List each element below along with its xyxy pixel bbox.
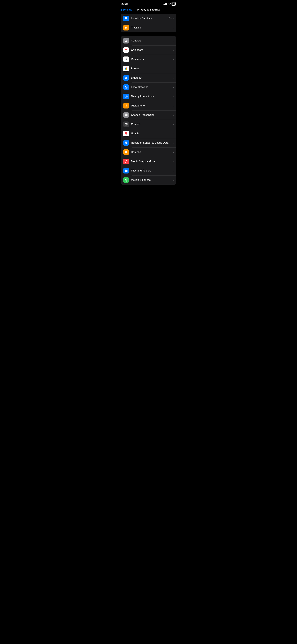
homekit-chevron: › <box>173 151 174 154</box>
reminders-icon <box>123 56 129 62</box>
homekit-icon <box>123 149 129 155</box>
tracking-row[interactable]: Tracking › <box>121 23 176 32</box>
motion-fitness-icon <box>123 177 129 183</box>
speech-recognition-row[interactable]: Speech Recognition › <box>121 110 176 120</box>
photos-row[interactable]: Photos › <box>121 64 176 73</box>
back-chevron-icon: ‹ <box>121 8 122 11</box>
svg-rect-9 <box>126 60 127 60</box>
nearby-interactions-row[interactable]: Nearby Interactions › <box>121 92 176 101</box>
camera-icon <box>123 122 129 127</box>
research-row[interactable]: Research Sensor & Usage Data › <box>121 138 176 148</box>
nav-header: ‹ Settings Privacy & Security <box>118 7 179 14</box>
main-section: Contacts › 1 Calendars › Re <box>121 36 176 185</box>
contacts-label: Contacts <box>131 39 173 42</box>
contacts-icon <box>123 38 129 44</box>
speech-recognition-chevron: › <box>173 114 174 116</box>
bluetooth-chevron: › <box>173 76 174 79</box>
health-label: Health <box>131 132 173 135</box>
speech-recognition-icon <box>123 112 129 118</box>
location-services-icon <box>123 16 129 21</box>
status-bar: 23:34 34 <box>118 0 179 7</box>
local-network-icon <box>123 84 129 90</box>
speech-recognition-label: Speech Recognition <box>131 114 173 116</box>
bluetooth-icon <box>123 75 129 81</box>
location-services-label: Location Services <box>131 17 168 20</box>
local-network-row[interactable]: Local Network › <box>121 82 176 92</box>
location-services-row[interactable]: Location Services On › <box>121 14 176 23</box>
bluetooth-label: Bluetooth <box>131 76 173 80</box>
svg-rect-1 <box>125 49 127 50</box>
nearby-interactions-label: Nearby Interactions <box>131 95 173 98</box>
microphone-chevron: › <box>173 104 174 107</box>
status-icons: 34 <box>164 2 176 6</box>
svg-rect-7 <box>126 59 127 60</box>
local-network-label: Local Network <box>131 86 173 89</box>
svg-point-8 <box>125 60 125 60</box>
camera-row[interactable]: Camera › <box>121 120 176 129</box>
photos-icon <box>123 66 129 71</box>
motion-fitness-row[interactable]: Motion & Fitness › <box>121 175 176 185</box>
files-folders-icon <box>123 168 129 174</box>
tracking-label: Tracking <box>131 26 173 29</box>
tracking-chevron: › <box>173 26 174 29</box>
photos-label: Photos <box>131 67 173 70</box>
battery-icon: 34 <box>172 2 176 6</box>
microphone-row[interactable]: Microphone › <box>121 101 176 110</box>
files-folders-chevron: › <box>173 170 174 172</box>
reminders-label: Reminders <box>131 58 173 61</box>
back-label: Settings <box>122 8 132 11</box>
tracking-icon <box>123 25 129 30</box>
location-services-chevron: › <box>173 17 174 20</box>
microphone-label: Microphone <box>131 104 173 107</box>
research-icon <box>123 140 129 146</box>
location-services-value: On <box>168 17 172 20</box>
signal-icon <box>164 3 167 5</box>
media-apple-music-icon <box>123 159 129 164</box>
motion-fitness-label: Motion & Fitness <box>131 178 173 182</box>
health-icon <box>123 131 129 136</box>
calendars-label: Calendars <box>131 48 173 52</box>
svg-point-6 <box>125 59 125 60</box>
wifi-icon <box>168 3 171 5</box>
homekit-label: HomeKit <box>131 150 173 154</box>
media-apple-music-row[interactable]: Media & Apple Music › <box>121 157 176 166</box>
camera-label: Camera <box>131 123 173 126</box>
svg-point-4 <box>125 58 125 59</box>
local-network-chevron: › <box>173 86 174 88</box>
motion-fitness-chevron: › <box>173 179 174 182</box>
reminders-chevron: › <box>173 58 174 61</box>
top-section: Location Services On › Tracking › <box>121 14 176 32</box>
svg-rect-5 <box>126 58 127 59</box>
page-title: Privacy & Security <box>137 8 160 11</box>
bluetooth-row[interactable]: Bluetooth › <box>121 73 176 82</box>
microphone-icon <box>123 103 129 108</box>
nearby-interactions-icon <box>123 94 129 99</box>
files-folders-label: Files and Folders <box>131 169 173 172</box>
health-row[interactable]: Health › <box>121 129 176 138</box>
calendars-chevron: › <box>173 49 174 52</box>
health-chevron: › <box>173 132 174 135</box>
photos-chevron: › <box>173 67 174 70</box>
media-apple-music-label: Media & Apple Music <box>131 160 173 163</box>
svg-point-11 <box>126 96 127 97</box>
research-chevron: › <box>173 142 174 144</box>
time: 23:34 <box>121 2 128 6</box>
camera-chevron: › <box>173 123 174 126</box>
calendars-icon: 1 <box>123 47 129 53</box>
svg-text:1: 1 <box>126 50 126 51</box>
media-apple-music-chevron: › <box>173 160 174 163</box>
contacts-row[interactable]: Contacts › <box>121 36 176 45</box>
calendars-row[interactable]: 1 Calendars › <box>121 45 176 55</box>
nearby-interactions-chevron: › <box>173 95 174 98</box>
reminders-row[interactable]: Reminders › <box>121 55 176 64</box>
homekit-row[interactable]: HomeKit › <box>121 148 176 157</box>
research-label: Research Sensor & Usage Data <box>131 141 173 144</box>
back-button[interactable]: ‹ Settings <box>121 8 132 11</box>
files-folders-row[interactable]: Files and Folders › <box>121 166 176 175</box>
contacts-chevron: › <box>173 40 174 42</box>
